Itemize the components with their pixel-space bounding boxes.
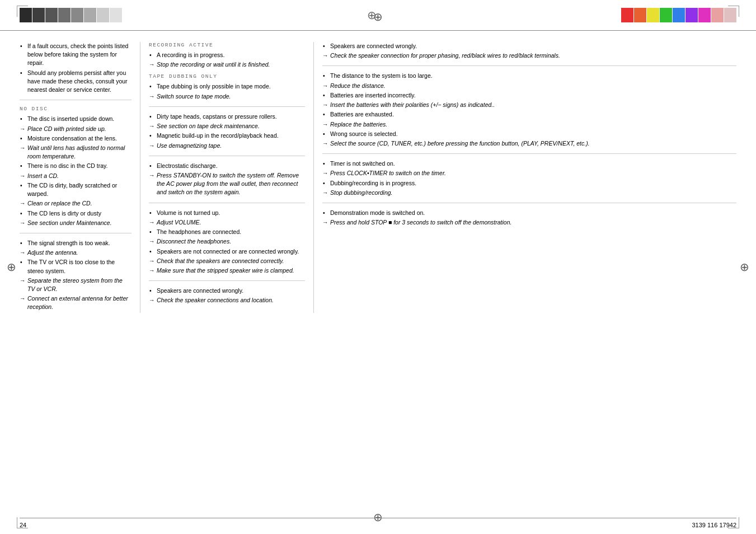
list-item: Speakers are connected wrongly. (149, 287, 305, 295)
list-item: Check the speaker connections and locati… (149, 296, 305, 305)
no-disc-list: The disc is inserted upside down.Place C… (20, 115, 132, 227)
list-item: Check the speaker connection for proper … (322, 51, 736, 60)
no-disc-header: NO DISC (20, 106, 132, 112)
list-item: Place CD with printed side up. (20, 125, 132, 133)
list-item: The CD is dirty, badly scratched or warp… (20, 181, 132, 198)
list-item: Disconnect the headphones. (149, 237, 305, 246)
recording-list: A recording is in progress.Stop the reco… (149, 51, 305, 69)
demo-list: Demonstration mode is switched on.Press … (322, 209, 736, 227)
corner-mark-tr (728, 6, 739, 17)
list-item: Dubbing/recording is in progress. (322, 179, 736, 188)
list-item: The distance to the system is too large. (322, 72, 736, 80)
corner-mark-tl (17, 6, 28, 17)
list-item: The TV or VCR is too close to the stereo… (20, 258, 132, 275)
list-item: A recording is in progress. (149, 51, 305, 59)
left-column: If a fault occurs, check the points list… (20, 42, 140, 313)
timer-list: Timer is not switched on.Press CLOCK•TIM… (322, 160, 736, 197)
list-item: Make sure that the stripped speaker wire… (149, 266, 305, 275)
list-item: Press CLOCK•TIMER to switch on the timer… (322, 169, 736, 177)
color-block (673, 8, 685, 22)
list-item: Tape dubbing is only possible in tape mo… (149, 82, 305, 91)
divider-1 (20, 100, 132, 100)
list-item: Press and hold STOP ■ for 3 seconds to s… (322, 218, 736, 227)
list-item: Replace the batteries. (322, 120, 736, 129)
product-code: 3139 116 17942 (692, 522, 736, 528)
list-item: Insert the batteries with their polariti… (322, 101, 736, 109)
color-block (685, 8, 698, 22)
color-block (71, 8, 83, 22)
color-blocks-right (621, 8, 736, 22)
list-item: Press STANDBY-ON to switch the system of… (149, 171, 305, 197)
color-block (621, 8, 633, 22)
right-column: Speakers are connected wrongly.Check the… (313, 42, 736, 313)
color-blocks-left (20, 8, 122, 22)
right-divider-3 (322, 203, 736, 203)
mid-divider-1 (149, 106, 305, 107)
color-block (97, 8, 109, 22)
signal-list: The signal strength is too weak.Adjust t… (20, 239, 132, 312)
color-block (45, 8, 58, 22)
speakers-mid-list: Speakers are connected wrongly.Check the… (149, 287, 305, 305)
list-item: Demonstration mode is switched on. (322, 209, 736, 217)
list-item: Check that the speakers are connected co… (149, 257, 305, 265)
list-item: Batteries are inserted incorrectly. (322, 91, 736, 100)
distance-list: The distance to the system is too large.… (322, 72, 736, 148)
list-item: Use demagnetizing tape. (149, 142, 305, 150)
right-divider-1 (322, 65, 736, 66)
list-item: Speakers are not connected or are connec… (149, 247, 305, 256)
recording-header: RECORDING ACTIVE (149, 42, 305, 48)
list-item: The CD lens is dirty or dusty (20, 209, 132, 218)
list-item: Magnetic build-up in the record/playback… (149, 132, 305, 140)
list-item: Dirty tape heads, capstans or pressure r… (149, 113, 305, 121)
divider-2 (20, 233, 132, 233)
list-item: Wait until lens has adjusted to normal r… (20, 144, 132, 161)
color-block (634, 8, 646, 22)
list-item: Separate the stereo system from the TV o… (20, 277, 132, 293)
list-item: Electrostatic discharge. (149, 162, 305, 170)
mid-divider-2 (149, 156, 305, 156)
list-item: Batteries are exhausted. (322, 110, 736, 119)
mid-divider-4 (149, 280, 305, 281)
list-item: Timer is not switched on. (322, 160, 736, 168)
color-block (660, 8, 672, 22)
list-item: Moisture condensation at the lens. (20, 134, 132, 143)
list-item: There is no disc in the CD tray. (20, 162, 132, 170)
page-container: ⊕ ⊕ ⊕ ⊕ ⊕ If a fault occurs, check the p… (0, 0, 756, 534)
volume-list: Volume is not turned up.Adjust VOLUME.Th… (149, 209, 305, 275)
list-item: Adjust VOLUME. (149, 218, 305, 227)
main-content: If a fault occurs, check the points list… (0, 34, 756, 358)
speaker-phase-list: Speakers are connected wrongly.Check the… (322, 42, 736, 60)
color-block (32, 8, 45, 22)
page-number: 24 (20, 522, 26, 528)
list-item: Insert a CD. (20, 172, 132, 180)
list-item: Connect an external antenna for better r… (20, 294, 132, 311)
list-item: The signal strength is too weak. (20, 239, 132, 247)
list-item: The disc is inserted upside down. (20, 115, 132, 123)
list-item: See section on tape deck maintenance. (149, 122, 305, 130)
tape-list: Tape dubbing is only possible in tape mo… (149, 82, 305, 100)
list-item: See section under Maintenance. (20, 219, 132, 227)
right-divider-2 (322, 153, 736, 154)
mid-divider-3 (149, 203, 305, 203)
color-block (698, 8, 711, 22)
tape-header: TAPE DUBBING ONLY (149, 73, 305, 79)
list-item: The headphones are connected. (149, 228, 305, 236)
list-item: Switch source to tape mode. (149, 92, 305, 101)
list-item: Wrong source is selected. (322, 130, 736, 138)
list-item: If a fault occurs, check the points list… (20, 42, 132, 68)
electrostatic-list: Electrostatic discharge.Press STANDBY-ON… (149, 162, 305, 197)
dirty-list: Dirty tape heads, capstans or pressure r… (149, 113, 305, 150)
list-item: Clean or replace the CD. (20, 199, 132, 208)
list-item: Reduce the distance. (322, 82, 736, 90)
intro-list: If a fault occurs, check the points list… (20, 42, 132, 94)
color-block (84, 8, 96, 22)
color-block (711, 8, 724, 22)
color-block (110, 8, 122, 22)
list-item: Adjust the antenna. (20, 249, 132, 257)
footer: 24 3139 116 17942 (20, 518, 736, 528)
list-item: Should any problems persist after you ha… (20, 69, 132, 95)
list-item: Select the source (CD, TUNER, etc.) befo… (322, 139, 736, 148)
list-item: Stop dubbing/recording. (322, 189, 736, 197)
list-item: Volume is not turned up. (149, 209, 305, 217)
list-item: Speakers are connected wrongly. (322, 42, 736, 50)
